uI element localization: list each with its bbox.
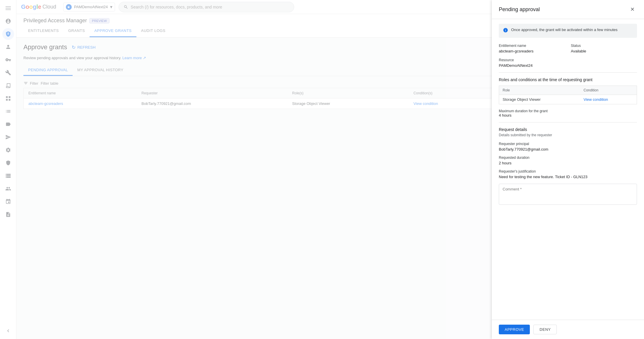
refresh-button[interactable]: ↻ REFRESH [72, 45, 95, 50]
learn-more-link[interactable]: Learn more ↗ [122, 56, 146, 60]
info-description-text: Review pending approvals and view your a… [23, 56, 121, 60]
filter-icon [23, 81, 28, 86]
entitlement-name-link[interactable]: abcteam-gcsreaders [28, 101, 63, 106]
max-duration-label: Maximum duration for the grant [499, 109, 637, 113]
request-details-section: Request details Details submitted by the… [499, 127, 637, 179]
status-label: Status [571, 44, 637, 48]
pending-approval-panel: Pending approval ✕ Once approved, the gr… [492, 0, 644, 339]
sub-tab-my-approval-history[interactable]: MY APPROVAL HISTORY [73, 65, 128, 76]
status-field: Status Available [571, 44, 637, 53]
entitlement-name-label: Entitlement name [499, 44, 565, 48]
grid-icon[interactable] [2, 93, 14, 104]
project-selector[interactable]: ◉ PAMDemoAtNext24 ▾ [63, 3, 115, 11]
roles-cell: Storage Object Viewer [287, 98, 409, 109]
svg-rect-0 [6, 6, 11, 7]
admin-panel-icon[interactable] [2, 196, 14, 207]
build-icon[interactable] [2, 67, 14, 79]
justification-field: Requester's justification Need for testi… [499, 169, 637, 179]
roles-conditions-table: Role Condition Storage Object Viewer Vie… [499, 86, 637, 104]
search-icon [124, 5, 128, 9]
divider-1 [499, 72, 637, 73]
panel-close-button[interactable]: ✕ [628, 5, 637, 14]
resource-field: Resource PAMDemoAtNext24 [499, 58, 637, 68]
list-icon[interactable] [2, 105, 14, 117]
justification-value: Need for testing the new feature. Ticket… [499, 175, 637, 179]
info-circle-icon [503, 28, 508, 34]
col-roles: Role(s) [287, 88, 409, 98]
search-bar[interactable] [119, 2, 294, 12]
filter-table-label: Filter table [41, 81, 59, 86]
request-details-subtitle: Details submitted by the requester [499, 133, 637, 137]
refresh-label: REFRESH [77, 45, 95, 50]
requested-duration-value: 2 hours [499, 161, 637, 165]
entitlement-name-field: Entitlement name abcteam-gcsreaders [499, 44, 565, 53]
panel-view-condition-link[interactable]: View condition [584, 97, 608, 102]
requester-principal-value: BobTarly.770921@gmail.com [499, 147, 637, 151]
people-icon[interactable] [2, 183, 14, 195]
collapse-sidebar-icon[interactable] [2, 325, 14, 337]
info-alert: Once approved, the grant will be activat… [499, 24, 637, 38]
approve-button[interactable]: APPROVE [499, 325, 530, 334]
resource-value: PAMDemoAtNext24 [499, 63, 637, 68]
roles-table-row: Storage Object Viewer View condition [499, 95, 637, 104]
sub-tab-pending-approval[interactable]: PENDING APPROVAL [23, 65, 73, 76]
col-requester: Requester [137, 88, 287, 98]
tab-audit-logs[interactable]: AUDIT LOGS [136, 25, 170, 37]
settings-gear-icon[interactable] [2, 144, 14, 156]
entitlement-status-row: Entitlement name abcteam-gcsreaders Stat… [499, 44, 637, 53]
hamburger-menu-icon[interactable] [2, 2, 14, 14]
deny-button[interactable]: DENY [533, 325, 557, 334]
tab-entitlements[interactable]: ENTITLEMENTS [23, 25, 64, 37]
close-icon: ✕ [630, 6, 635, 13]
person-icon[interactable] [2, 41, 14, 53]
roles-section-title: Roles and conditions at the time of requ… [499, 77, 637, 82]
svg-rect-1 [6, 8, 11, 8]
key-icon[interactable] [2, 54, 14, 66]
cloud-label: Cloud [42, 4, 56, 10]
project-name: PAMDemoAtNext24 [74, 5, 108, 9]
receipt-icon[interactable] [2, 80, 14, 91]
filter-control[interactable]: Filter [23, 81, 38, 86]
shield-lock-icon[interactable] [2, 28, 14, 40]
comment-textarea[interactable] [499, 184, 637, 205]
request-details-title: Request details [499, 127, 637, 132]
tab-approve-grants[interactable]: APPROVE GRANTS [90, 25, 136, 37]
requested-duration-label: Requested duration [499, 156, 637, 160]
role-col-header: Role [499, 86, 580, 95]
search-input[interactable] [131, 5, 289, 9]
security-shield-icon[interactable] [2, 157, 14, 169]
panel-header: Pending approval ✕ [492, 0, 644, 19]
sidebar [0, 0, 16, 339]
send-icon[interactable] [2, 131, 14, 143]
storage-icon[interactable] [2, 170, 14, 182]
label-icon[interactable] [2, 118, 14, 130]
role-cell: Storage Object Viewer [499, 95, 580, 104]
status-value: Available [571, 49, 637, 53]
svg-rect-2 [6, 10, 11, 10]
document-icon[interactable] [2, 209, 14, 220]
panel-title: Pending approval [499, 6, 540, 13]
roles-table-header: Role Condition [499, 86, 637, 95]
requester-principal-field: Requester principal BobTarly.770921@gmai… [499, 142, 637, 151]
view-condition-link[interactable]: View condition [414, 101, 438, 106]
panel-footer: APPROVE DENY [492, 320, 644, 339]
page-title: Approve grants [23, 43, 67, 51]
entitlement-name-value: abcteam-gcsreaders [499, 49, 565, 53]
project-dropdown-icon: ▾ [110, 4, 112, 10]
col-entitlement-name: Entitlement name [24, 88, 137, 98]
service-name-text: Privileged Access Manager [23, 18, 87, 24]
filter-label: Filter [30, 81, 38, 86]
comment-section [499, 184, 637, 206]
tab-grants[interactable]: GRANTS [64, 25, 90, 37]
max-duration-field: Maximum duration for the grant 4 hours [499, 109, 637, 117]
account-circle-icon[interactable] [2, 15, 14, 27]
preview-badge: PREVIEW [89, 18, 109, 23]
info-alert-text: Once approved, the grant will be activat… [511, 27, 617, 33]
col-conditions: Condition(s) [409, 88, 496, 98]
max-duration-value: 4 hours [499, 113, 637, 117]
google-cloud-logo: Google Cloud [21, 4, 56, 10]
resource-label: Resource [499, 58, 637, 62]
requested-duration-field: Requested duration 2 hours [499, 156, 637, 165]
refresh-icon: ↻ [72, 45, 76, 50]
requester-principal-label: Requester principal [499, 142, 637, 146]
